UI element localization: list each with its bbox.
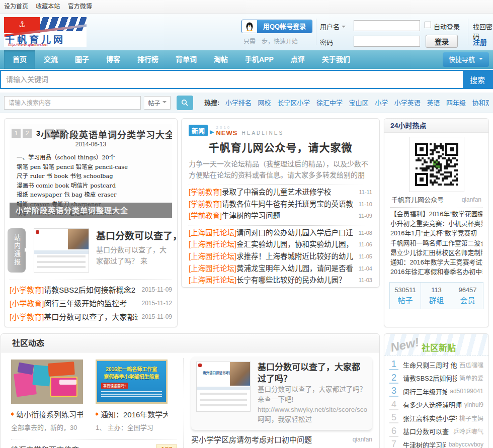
news-headline[interactable]: 千帆育儿网公众号，请大家微 — [182, 139, 379, 154]
list-item[interactable]: 华育中学2013届前140名小学分布情况qianfan — [191, 446, 372, 448]
category-tag[interactable]: [上海园托论坛] — [189, 287, 236, 288]
post-title[interactable]: 长宁有哪些比较好的民办幼儿园？ — [236, 275, 355, 287]
new-post-item[interactable]: 6基口分数可以查乒呤乒啷气 — [389, 425, 483, 438]
new-post-item[interactable]: 1生命只剩三周时 他西瓜嘿嘿 — [389, 358, 483, 372]
nav-tab-vocab[interactable]: 背单词 — [167, 50, 205, 69]
post-title[interactable]: 请教各位牛妈牛爸有关托班男宝的英语教 — [222, 199, 355, 211]
post-title[interactable]: 请教SBS2后如何接新概念2 — [44, 283, 137, 297]
quick-nav-button[interactable]: 快捷导航 — [443, 52, 489, 67]
set-homepage-link[interactable]: 设为首页 — [4, 3, 28, 10]
hot24-link[interactable]: 通知：2016年数学大王竞赛考试报 — [390, 257, 482, 267]
nav-tab-taotie[interactable]: 淘帖 — [205, 50, 236, 69]
list-item[interactable]: [小学教育]闵行三年级开始的监控考2015-11-12 — [10, 297, 172, 310]
post-title[interactable]: 请问对口的公办幼儿园入学后户口迁 — [236, 227, 355, 239]
list-item[interactable]: [上海园托论坛]求推荐！上海春城附近比较好的幼儿11-05 — [189, 251, 372, 263]
post-title[interactable]: 闵行三年级开始的监控考 — [44, 297, 137, 310]
post-title[interactable]: 基口分数可以查 — [403, 426, 451, 436]
sub-search-button[interactable] — [177, 96, 193, 110]
weibo-link[interactable]: 官方微博 — [68, 3, 92, 10]
hot-keyword[interactable]: 英语 — [427, 99, 440, 107]
category-tag[interactable]: [学前教育] — [189, 187, 222, 199]
list-item[interactable]: [上海园托论坛]黄浦龙宝明年入幼儿园，请问是否看11-04 — [189, 263, 372, 275]
register-link[interactable]: 注册 — [473, 37, 487, 47]
password-field[interactable] — [354, 36, 420, 47]
new-post-item[interactable]: 4有多少人选择浦明师yinhui9 — [389, 398, 483, 412]
post-title[interactable]: 华育中学2013届前140名小学分布情况 — [191, 446, 348, 448]
hot-keyword[interactable]: 徐汇中学 — [316, 99, 343, 107]
feature-url[interactable]: http://www.shwyky.net/site/score/score — [258, 405, 367, 415]
hot-keyword[interactable]: 宝山区 — [349, 99, 369, 107]
stat-members[interactable]: 96457会员 — [452, 283, 483, 309]
slide-page-2[interactable]: 2 — [23, 129, 32, 138]
post-title[interactable]: 四年级口算 — [44, 324, 137, 327]
category-tag[interactable]: [上海园托论坛] — [189, 227, 236, 239]
post-author[interactable]: 乒呤乒啷气 — [453, 427, 483, 435]
search-type-select[interactable]: 帖子 — [144, 96, 171, 110]
list-item[interactable]: [小学教育]四年级口算2014-04-30 — [10, 324, 172, 327]
category-tag[interactable]: [小学教育] — [10, 283, 44, 297]
main-search-input[interactable] — [1, 71, 463, 88]
nav-tab-forum[interactable]: 交流 — [35, 50, 66, 69]
hot24-link[interactable]: 小升初之重要竞赛：小机灵杯奥数 — [390, 219, 482, 228]
post-author[interactable]: qianfan — [353, 446, 372, 448]
hot-keyword[interactable]: 小学英语 — [394, 99, 421, 107]
username-field[interactable] — [354, 20, 420, 31]
site-report-tab[interactable]: 站内通报 — [8, 228, 26, 273]
post-title[interactable]: 求推荐！上海春城附近比较好的幼儿 — [236, 251, 355, 263]
qq-login-button[interactable]: 用QQ帐号登录 — [241, 20, 312, 33]
auto-login-checkbox[interactable] — [425, 22, 431, 28]
slide-page-1[interactable]: 1 — [12, 129, 21, 138]
category-tag[interactable]: [小学教育] — [10, 310, 44, 324]
post-title[interactable]: 请教SBS2后如何接 — [403, 373, 457, 383]
post-title[interactable]: 金汇实验幼儿园，协和实验幼儿园， — [236, 239, 355, 251]
hot24-link[interactable]: 昂立少儿徐汇田林校区名师定制版 — [390, 248, 482, 257]
feature-title[interactable]: 基口分数可以查了，大家都过了吗？ — [258, 362, 367, 385]
nav-tab-blog[interactable]: 博客 — [98, 50, 129, 69]
post-title[interactable]: 闵行三年级开始 — [403, 387, 447, 396]
list-item[interactable]: 买小学学区房请勿考虑对口初中问题qianfan — [191, 434, 372, 446]
hot-keyword[interactable]: 网校 — [258, 99, 271, 107]
list-item[interactable]: [上海园托论坛]第一天幼儿园被打（不确定是不是小11-02 — [189, 287, 372, 288]
category-tag[interactable]: [小学教育] — [10, 297, 44, 310]
hot-keyword[interactable]: 小学排名 — [225, 99, 252, 107]
slideshow[interactable]: 1 2 3 4 5 小学阶段英语单词分类学习大全 2014-06-13 一、学习… — [10, 124, 172, 218]
post-title[interactable]: 黄浦龙宝明年入幼儿园，请问是否看 — [236, 263, 355, 275]
post-title[interactable]: 有多少人选择浦明师 — [403, 400, 462, 409]
hot24-link[interactable]: 2016年1月“走美杯”数学竞赛初 — [390, 228, 482, 238]
list-item[interactable]: [小学教育]请教SBS2后如何接新概念22015-11-09 — [10, 283, 172, 297]
main-search-button[interactable]: 搜索 — [463, 71, 492, 88]
webpage-thumbnail[interactable] — [34, 228, 89, 273]
post-author[interactable]: yinhui9 — [464, 401, 483, 408]
list-item[interactable]: [学前教育]请教各位牛妈牛爸有关托班男宝的英语教11-10 — [189, 199, 372, 211]
new-post-item[interactable]: 7牛津树的学习问babyccvvboy — [389, 438, 483, 448]
list-item[interactable]: [上海园托论坛]金汇实验幼儿园，协和实验幼儿园，11-06 — [189, 239, 372, 251]
community-feature-card[interactable]: 海外语口译证书考试网 基口分数可以查了，大家都过了吗？ 基口分数可以查了，大家都… — [191, 356, 372, 430]
hot24-link[interactable]: 千帆网和一鸣名师工作室第二波合 — [390, 238, 482, 248]
post-title[interactable]: 徐汇中学和西南位育 — [11, 444, 79, 448]
post-title[interactable]: 第一天幼儿园被打（不确定是不是小 — [236, 287, 355, 288]
nav-tab-ranking[interactable]: 排行榜 — [129, 50, 167, 69]
new-post-item[interactable]: 2请教SBS2后如何接简单的爱 — [389, 372, 483, 385]
community-card-poster[interactable]: 2016年一鸣名师工作室 寒假春季小学部招生简章 寒假课重要吗? 通知：2016… — [96, 360, 168, 432]
list-item[interactable]: [上海园托论坛]长宁有哪些比较好的民办幼儿园？11-03 — [189, 275, 372, 287]
card-title[interactable]: 幼小衔接系列练习书 — [16, 409, 83, 419]
community-card-books[interactable]: 幼小衔接系列练习书 全部拿去的，新的，30 — [11, 360, 83, 432]
new-post-item[interactable]: 3闵行三年级开始ad50199041 — [389, 385, 483, 398]
post-title[interactable]: 基口分数可以查了，大家都过了 — [44, 310, 137, 324]
category-tag[interactable]: [上海园托论坛] — [189, 239, 236, 251]
slideshow-caption[interactable]: 小学阶段英语分类单词整理大全 — [10, 203, 172, 218]
site-logo[interactable]: ⚓ 千帆育儿网 http://www.qianfan.net — [4, 17, 87, 47]
card-title[interactable]: 通知：2016年数学大 — [101, 409, 168, 419]
username-caret-icon[interactable] — [342, 26, 346, 30]
post-author[interactable]: ad50199041 — [450, 388, 483, 395]
left-feature-title[interactable]: 基口分数可以查了，大 — [96, 228, 178, 242]
post-title[interactable]: 张江高科实验小学有 — [403, 413, 457, 423]
category-tag[interactable]: [上海园托论坛] — [189, 251, 236, 263]
list-item[interactable]: [学前教育]录取了中福会的儿童艺术进修学校11-11 — [189, 187, 372, 199]
list-item[interactable]: [小学教育]基口分数可以查了，大家都过了2015-11-09 — [10, 310, 172, 324]
hot24-link[interactable]: 【会员福利】2016年“数学花园探 — [390, 209, 482, 219]
category-tag[interactable]: [上海园托论坛] — [189, 275, 236, 287]
new-post-item[interactable]: 5张江高科实验小学有桃子宝妈 — [389, 411, 483, 425]
category-tag[interactable]: [小学教育] — [10, 324, 44, 327]
hot-keyword[interactable]: 协和双语 — [472, 99, 489, 107]
